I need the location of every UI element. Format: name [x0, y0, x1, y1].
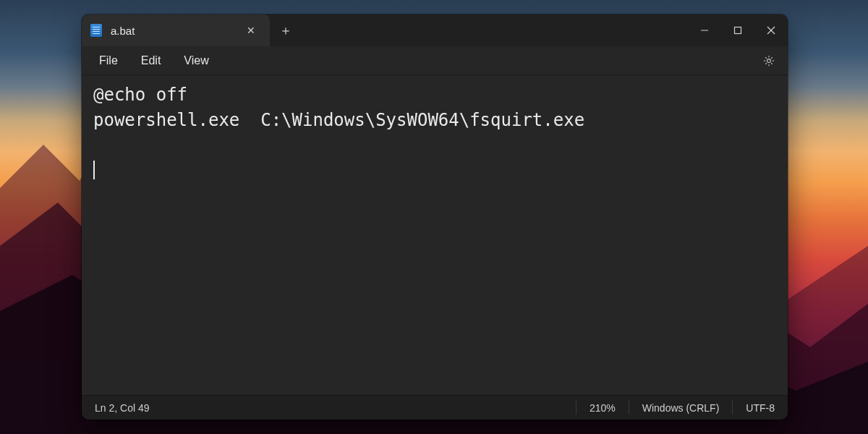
status-zoom[interactable]: 210% — [576, 396, 629, 420]
status-line-endings[interactable]: Windows (CRLF) — [629, 396, 733, 420]
tab-title: a.bat — [111, 25, 234, 37]
tab-close-button[interactable]: ✕ — [242, 22, 260, 39]
statusbar: Ln 2, Col 49 210% Windows (CRLF) UTF-8 — [82, 395, 788, 420]
status-encoding[interactable]: UTF-8 — [733, 396, 788, 420]
editor-content: @echo off powershell.exe C:\Windows\SysW… — [93, 85, 584, 130]
notepad-window: a.bat ✕ ＋ File Edit View — [82, 14, 788, 420]
menubar: File Edit View — [82, 46, 788, 75]
new-tab-button[interactable]: ＋ — [270, 14, 302, 46]
close-button[interactable] — [754, 14, 788, 46]
maximize-button[interactable] — [721, 14, 754, 46]
menu-edit[interactable]: Edit — [131, 50, 171, 72]
gear-icon — [762, 54, 775, 67]
minimize-icon — [700, 26, 709, 35]
close-icon — [767, 26, 775, 35]
titlebar-drag-region[interactable] — [302, 14, 688, 46]
menu-file[interactable]: File — [89, 50, 128, 72]
document-icon — [90, 24, 102, 37]
desktop-wallpaper: a.bat ✕ ＋ File Edit View — [0, 0, 868, 434]
settings-button[interactable] — [757, 49, 780, 72]
text-editor[interactable]: @echo off powershell.exe C:\Windows\SysW… — [82, 75, 788, 395]
svg-point-4 — [767, 59, 771, 62]
svg-rect-1 — [735, 27, 741, 34]
document-tab[interactable]: a.bat ✕ — [82, 14, 270, 46]
menu-view[interactable]: View — [174, 50, 218, 72]
minimize-button[interactable] — [688, 14, 721, 46]
status-cursor-position[interactable]: Ln 2, Col 49 — [82, 396, 163, 420]
titlebar[interactable]: a.bat ✕ ＋ — [82, 14, 788, 46]
text-caret — [93, 161, 95, 179]
maximize-icon — [733, 26, 742, 35]
